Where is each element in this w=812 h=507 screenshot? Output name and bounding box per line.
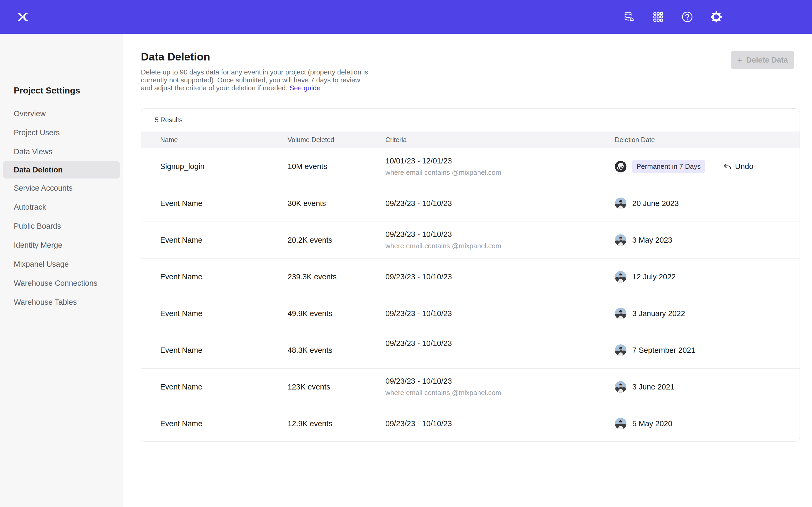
- row-criteria: 09/23/23 - 10/10/23: [386, 339, 615, 348]
- sidebar-item-mixpanel-usage[interactable]: Mixpanel Usage: [0, 255, 123, 274]
- user-avatar: [615, 381, 626, 393]
- table-row: Event Name 20.2K events 09/23/23 - 10/10…: [141, 222, 800, 258]
- row-volume: 12.9K events: [288, 419, 386, 428]
- row-criteria: 09/23/23 - 10/10/23: [386, 377, 615, 386]
- table-row: Event Name 30K events 09/23/23 - 10/10/2…: [141, 185, 800, 222]
- user-avatar: [615, 418, 626, 429]
- row-volume: 20.2K events: [288, 236, 386, 244]
- table-header-row: Name Volume Deleted Criteria Deletion Da…: [141, 131, 800, 148]
- deletion-date: 5 May 2020: [632, 419, 672, 428]
- delete-data-button-label: Delete Data: [746, 56, 788, 64]
- sidebar-item-overview[interactable]: Overview: [0, 104, 123, 123]
- row-criteria: 09/23/23 - 10/10/23: [386, 230, 615, 239]
- deletion-table-card: 5 Results Name Volume Deleted Criteria D…: [141, 108, 800, 442]
- row-name: Event Name: [160, 236, 288, 244]
- criteria-spacer: [386, 351, 615, 361]
- mixpanel-logo-icon[interactable]: [16, 11, 29, 23]
- row-criteria-detail: where email contains @mixpanel.com: [386, 168, 615, 177]
- main-content: Data Deletion Delete up to 90 days data …: [123, 34, 812, 507]
- sidebar-title: Project Settings: [14, 86, 80, 96]
- user-avatar: [615, 198, 626, 209]
- column-header-criteria: Criteria: [386, 136, 615, 144]
- row-criteria: 09/23/23 - 10/10/23: [386, 199, 615, 208]
- sidebar-nav: Overview Project Users Data Views Data D…: [0, 104, 123, 312]
- table-row: Event Name 48.3K events 09/23/23 - 10/10…: [141, 332, 800, 369]
- row-name: Event Name: [160, 199, 288, 208]
- user-avatar: [615, 271, 626, 283]
- column-header-volume: Volume Deleted: [288, 136, 386, 144]
- table-row: Event Name 239.3K events 09/23/23 - 10/1…: [141, 258, 800, 295]
- status-badge: Permanent in 7 Days: [632, 160, 705, 173]
- deletion-date: 12 July 2022: [632, 273, 676, 281]
- row-name: Event Name: [160, 346, 288, 355]
- settings-sidebar: Project Settings Overview Project Users …: [0, 34, 123, 507]
- table-row: Event Name 123K events 09/23/23 - 10/10/…: [141, 369, 800, 405]
- sidebar-item-data-deletion[interactable]: Data Deletion: [3, 161, 120, 178]
- row-criteria-detail: where email contains @mixpanel.com: [386, 242, 615, 250]
- user-avatar: [615, 307, 626, 319]
- topbar-icon-group: [623, 0, 723, 34]
- table-row: Signup_login 10M events 10/01/23 - 12/01…: [141, 148, 800, 185]
- sidebar-item-identity-merge[interactable]: Identity Merge: [0, 235, 123, 255]
- user-avatar: [615, 234, 626, 246]
- deletion-date: 3 January 2022: [632, 309, 685, 318]
- row-criteria: 09/23/23 - 10/10/23: [386, 273, 615, 281]
- delete-data-button[interactable]: + Delete Data: [731, 51, 794, 69]
- sidebar-item-autotrack[interactable]: Autotrack: [0, 198, 123, 217]
- page-description-text: Delete up to 90 days data for any event …: [141, 68, 368, 92]
- undo-label: Undo: [735, 162, 753, 171]
- sidebar-item-service-accounts[interactable]: Service Accounts: [0, 178, 123, 198]
- row-criteria-detail: where email contains @mixpanel.com: [386, 389, 615, 397]
- table-row: Event Name 49.9K events 09/23/23 - 10/10…: [141, 295, 800, 332]
- results-count: 5 Results: [141, 109, 800, 131]
- undo-icon: [723, 162, 732, 171]
- row-criteria: 09/23/23 - 10/10/23: [386, 419, 615, 428]
- row-volume: 49.9K events: [288, 309, 386, 318]
- see-guide-link[interactable]: See guide: [290, 84, 320, 92]
- user-avatar: [615, 161, 626, 172]
- row-name: Event Name: [160, 383, 288, 391]
- data-management-icon[interactable]: [623, 11, 636, 23]
- page-description: Delete up to 90 days data for any event …: [141, 68, 373, 92]
- sidebar-item-public-boards[interactable]: Public Boards: [0, 217, 123, 235]
- row-name: Event Name: [160, 309, 288, 318]
- row-criteria: 10/01/23 - 12/01/23: [386, 157, 615, 165]
- settings-gear-icon[interactable]: [710, 11, 723, 23]
- deletion-date: 7 September 2021: [632, 346, 696, 355]
- sidebar-item-warehouse-connections[interactable]: Warehouse Connections: [0, 274, 123, 293]
- row-volume: 239.3K events: [288, 273, 386, 281]
- row-volume: 123K events: [288, 383, 386, 391]
- undo-button[interactable]: Undo: [723, 162, 753, 171]
- deletion-date: 3 May 2023: [632, 236, 672, 244]
- column-header-deletion-date: Deletion Date: [615, 136, 800, 144]
- table-row: Event Name 12.9K events 09/23/23 - 10/10…: [141, 405, 800, 442]
- plus-icon: +: [737, 56, 743, 65]
- column-header-name: Name: [160, 136, 288, 144]
- deletion-date: 20 June 2023: [632, 199, 679, 208]
- sidebar-item-data-views[interactable]: Data Views: [0, 142, 123, 161]
- help-icon[interactable]: [681, 11, 694, 23]
- row-volume: 10M events: [288, 162, 386, 171]
- row-criteria: 09/23/23 - 10/10/23: [386, 309, 615, 318]
- apps-grid-icon[interactable]: [652, 11, 664, 23]
- top-navigation-bar: [0, 0, 812, 34]
- row-name: Event Name: [160, 273, 288, 281]
- page-title: Data Deletion: [141, 51, 210, 63]
- sidebar-item-project-users[interactable]: Project Users: [0, 123, 123, 142]
- row-name: Event Name: [160, 419, 288, 428]
- row-volume: 48.3K events: [288, 346, 386, 355]
- sidebar-item-warehouse-tables[interactable]: Warehouse Tables: [0, 293, 123, 312]
- row-name: Signup_login: [160, 162, 288, 171]
- deletion-date: 3 June 2021: [632, 383, 674, 391]
- row-volume: 30K events: [288, 199, 386, 208]
- user-avatar: [615, 344, 626, 356]
